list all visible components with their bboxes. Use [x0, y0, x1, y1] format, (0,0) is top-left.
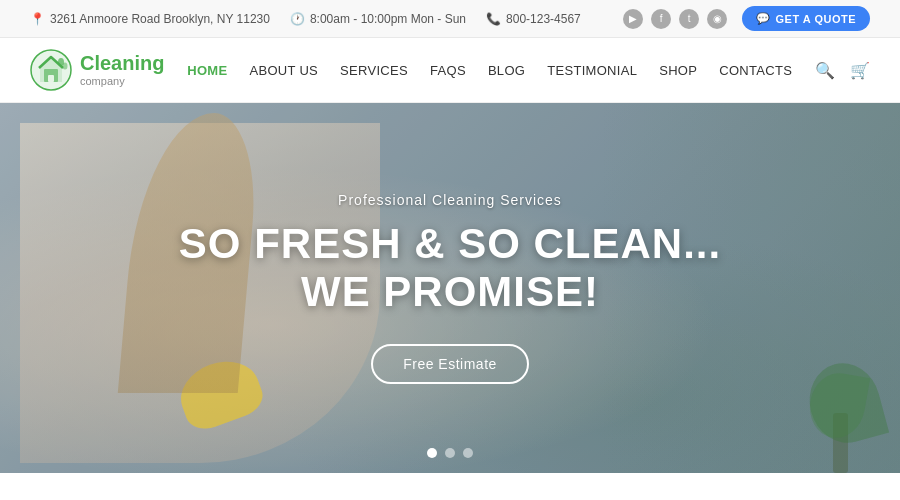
twitter-icon[interactable]: t	[679, 9, 699, 29]
nav-blog[interactable]: BLOG	[488, 63, 525, 78]
nav-icons: 🔍 🛒	[815, 61, 870, 80]
youtube-icon[interactable]: ▶	[623, 9, 643, 29]
hero-title-line2: WE PROMISE!	[301, 268, 599, 315]
social-links: ▶ f t ◉	[623, 9, 727, 29]
hero-content: Professional Cleaning Services SO FRESH …	[179, 192, 721, 385]
top-bar: 📍 3261 Anmoore Road Brooklyn, NY 11230 🕐…	[0, 0, 900, 38]
address-text: 3261 Anmoore Road Brooklyn, NY 11230	[50, 12, 270, 26]
navbar: Cleaning company HOME ABOUT US SERVICES …	[0, 38, 900, 103]
top-bar-left: 📍 3261 Anmoore Road Brooklyn, NY 11230 🕐…	[30, 12, 581, 26]
nav-services[interactable]: SERVICES	[340, 63, 408, 78]
instagram-icon[interactable]: ◉	[707, 9, 727, 29]
location-icon: 📍	[30, 12, 45, 26]
logo-icon	[30, 49, 72, 91]
svg-point-5	[63, 63, 68, 70]
hero-section: Professional Cleaning Services SO FRESH …	[0, 103, 900, 473]
hero-dots	[427, 448, 473, 458]
nav-faqs[interactable]: FAQS	[430, 63, 466, 78]
nav-about[interactable]: ABOUT US	[249, 63, 318, 78]
free-estimate-button[interactable]: Free Estimate	[371, 344, 529, 384]
nav-contacts[interactable]: CONTACTS	[719, 63, 792, 78]
logo-main: Cleaning	[80, 51, 164, 75]
logo-sub: company	[80, 75, 164, 88]
svg-rect-3	[48, 75, 54, 82]
phone-icon: 📞	[486, 12, 501, 26]
hero-subtitle: Professional Cleaning Services	[179, 192, 721, 208]
nav-links: HOME ABOUT US SERVICES FAQS BLOG TESTIMO…	[187, 63, 792, 78]
address-info: 📍 3261 Anmoore Road Brooklyn, NY 11230	[30, 12, 270, 26]
facebook-icon[interactable]: f	[651, 9, 671, 29]
dot-1[interactable]	[427, 448, 437, 458]
hero-title-line1: SO FRESH & SO CLEAN...	[179, 220, 721, 267]
clock-icon: 🕐	[290, 12, 305, 26]
hours-text: 8:00am - 10:00pm Mon - Sun	[310, 12, 466, 26]
hours-info: 🕐 8:00am - 10:00pm Mon - Sun	[290, 12, 466, 26]
quote-icon: 💬	[756, 12, 771, 25]
dot-3[interactable]	[463, 448, 473, 458]
nav-testimonial[interactable]: TESTIMONIAL	[547, 63, 637, 78]
logo-text: Cleaning company	[80, 51, 164, 88]
logo: Cleaning company	[30, 49, 164, 91]
get-quote-button[interactable]: 💬 GET A QUOTE	[742, 6, 870, 31]
search-icon[interactable]: 🔍	[815, 61, 835, 80]
hero-title: SO FRESH & SO CLEAN... WE PROMISE!	[179, 220, 721, 317]
top-bar-right: ▶ f t ◉ 💬 GET A QUOTE	[623, 6, 870, 31]
phone-text: 800-123-4567	[506, 12, 581, 26]
cart-icon[interactable]: 🛒	[850, 61, 870, 80]
hero-plant	[800, 353, 880, 473]
dot-2[interactable]	[445, 448, 455, 458]
phone-info: 📞 800-123-4567	[486, 12, 581, 26]
nav-shop[interactable]: SHOP	[659, 63, 697, 78]
nav-home[interactable]: HOME	[187, 63, 227, 78]
